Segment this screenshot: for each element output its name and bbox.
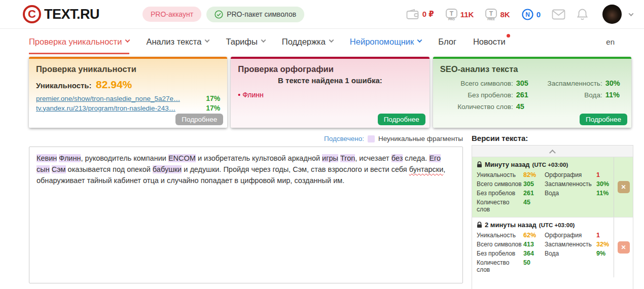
nav-item-3[interactable]: Тарифы — [226, 29, 265, 54]
t-pro-balance[interactable]: TPRO 11K — [445, 8, 474, 20]
seo-stats: Всего символов:305Заспамленность:30%Без … — [440, 79, 624, 111]
pro-package-badge[interactable]: PRO-пакет символов — [206, 7, 304, 22]
version-stat-value: 45 — [523, 199, 545, 206]
nav-item-7[interactable]: Новости — [473, 29, 506, 54]
versions-collapse-bar[interactable] — [472, 146, 633, 157]
highlight-legend-label: Неуникальные фрагменты — [378, 135, 463, 142]
uniqueness-result: Уникальность: 82.94% — [36, 79, 220, 91]
non-unique-fragment: Сэм — [52, 165, 66, 173]
source-link[interactable]: tv.yandex.ru/213/program/tron-nasledie-2… — [36, 104, 175, 112]
main-content: Подсвечено: Неуникальные фрагменты Кевин… — [29, 131, 631, 289]
t-free-value: 8K — [500, 10, 510, 19]
pro-package-label: PRO-пакет символов — [227, 10, 296, 18]
source-link[interactable]: premier.one/show/tron-nasledie_none_5a27… — [36, 95, 180, 102]
text-fragment: , руководитель компании — [81, 154, 168, 162]
version-close-button[interactable]: ✕ — [618, 181, 630, 193]
match-percent: 17% — [206, 94, 220, 102]
version-close-button[interactable]: ✕ — [618, 241, 630, 254]
version-stat-value: 261 — [523, 190, 545, 197]
seo-card-title: SEO-анализ текста — [440, 64, 624, 74]
notification-dot — [507, 34, 510, 38]
account-chevron-down-icon[interactable] — [629, 11, 634, 16]
bell-icon — [577, 8, 588, 21]
version-stat-value: 82% — [523, 171, 545, 178]
seo-card: SEO-анализ текста Всего символов:305Засп… — [433, 57, 631, 128]
chevron-down-icon — [417, 38, 422, 43]
t-free-balance[interactable]: TFREE 8K — [485, 8, 510, 20]
nav-item-label: Анализ текста — [146, 37, 201, 47]
version-stat-value: 50 — [523, 259, 545, 266]
nav-item-label: Новости — [473, 37, 506, 47]
nav-item-4[interactable]: Поддержка — [282, 29, 333, 54]
versions-panel: Минуту назад(UTC +03:00)Уникальность82%О… — [472, 145, 633, 289]
uniqueness-more-button[interactable]: Подробнее — [175, 114, 223, 125]
non-unique-fragment: игры — [322, 154, 338, 162]
svg-text:N: N — [525, 11, 530, 18]
language-switcher[interactable]: en — [606, 29, 644, 54]
text-fragment: и изобретатель культовой аркадной — [196, 154, 322, 162]
pro-account-badge[interactable]: PRO-аккаунт — [142, 7, 201, 22]
text-editor[interactable]: Кевин Флинн, руководитель компании ENCOM… — [29, 147, 463, 283]
seo-stat-value: 11% — [605, 91, 624, 99]
neuro-balance[interactable]: N 0 — [521, 8, 541, 21]
textru-page: C TEXT.RU PRO-аккаунт PRO-пакет символов… — [0, 0, 644, 289]
match-percent: 17% — [206, 104, 220, 112]
nav-item-6[interactable]: Блог — [438, 29, 456, 54]
highlighted-link[interactable]: Подсвечено: — [324, 135, 364, 142]
wallet-balance[interactable]: 0 ₽ — [406, 9, 434, 20]
nav-item-2[interactable]: Анализ текста — [146, 29, 209, 54]
main-nav: Проверка уникальностиАнализ текстаТарифы… — [0, 29, 644, 54]
version-card[interactable]: Минуту назад(UTC +03:00)Уникальность82%О… — [472, 157, 633, 217]
nav-item-1[interactable]: Проверка уникальности — [29, 29, 129, 54]
t-free-icon: TFREE — [485, 8, 497, 20]
spell-error-word: бунтарски — [409, 165, 444, 173]
version-stats: Уникальность62%Орфография1Всего символов… — [477, 232, 609, 273]
logo[interactable]: C TEXT.RU — [23, 5, 99, 23]
version-stat-value: 62% — [523, 232, 545, 239]
version-stat-label: Количество слов — [477, 259, 523, 273]
uniqueness-card-title: Проверка уникальности — [36, 64, 220, 74]
nav-item-5[interactable]: Нейропомощник — [350, 29, 421, 54]
chevron-down-icon — [261, 38, 266, 43]
svg-text:FREE: FREE — [488, 18, 495, 21]
version-stat-label: Количество слов — [477, 199, 523, 213]
version-stat-value: 364 — [523, 250, 545, 257]
version-stat-label: Орфография — [545, 171, 596, 178]
version-card[interactable]: 2 минуты назад(UTC +03:00)Уникальность62… — [472, 217, 633, 277]
versions-title: Версии текста: — [472, 131, 633, 145]
versions-column: Версии текста: Минуту назад(UTC +03:00)У… — [472, 131, 633, 289]
spelling-error-item[interactable]: Флинн — [238, 91, 422, 99]
version-stat-value: 32% — [596, 241, 609, 248]
nav-item-label: Нейропомощник — [350, 37, 414, 47]
notifications-button[interactable] — [577, 8, 588, 21]
header-right: 0 ₽ TPRO 11K TFREE 8K N 0 — [406, 5, 644, 24]
spelling-more-button[interactable]: Подробнее — [378, 114, 425, 125]
t-pro-icon: TPRO — [445, 8, 458, 20]
lock-icon — [477, 222, 482, 228]
version-close-column: ✕ — [614, 218, 633, 277]
version-stat-label: Без пробелов — [477, 190, 523, 197]
non-unique-fragment: Кевин — [37, 154, 57, 162]
seo-stat-label: Заспамленность: — [546, 80, 605, 87]
version-card-header: 2 минуты назад(UTC +03:00) — [477, 221, 609, 229]
version-stat-label: Вода — [545, 190, 596, 197]
t-pro-value: 11K — [460, 10, 474, 19]
version-card-main: Минуту назад(UTC +03:00)Уникальность82%О… — [472, 157, 614, 217]
wallet-value: 0 ₽ — [422, 10, 434, 19]
spelling-card: Проверка орфографии В тексте найдена 1 о… — [231, 57, 429, 128]
svg-text:T: T — [489, 10, 493, 17]
version-time: Минуту назад — [485, 161, 530, 168]
seo-stat-label: Количество слов: — [440, 103, 516, 111]
version-stat-label: Уникальность — [477, 171, 523, 178]
nav-list: Проверка уникальностиАнализ текстаТарифы… — [29, 29, 522, 54]
nav-item-label: Блог — [438, 37, 456, 47]
non-unique-fragment: без — [391, 154, 403, 162]
avatar[interactable] — [602, 5, 622, 24]
highlight-swatch-icon — [368, 135, 375, 142]
chevron-down-icon — [125, 38, 130, 43]
seo-more-button[interactable]: Подробнее — [580, 114, 627, 125]
uniqueness-link-row: tv.yandex.ru/213/program/tron-nasledie-2… — [36, 104, 220, 112]
version-stat-value: 1 — [596, 232, 609, 239]
messages-button[interactable] — [552, 9, 565, 20]
version-stat-value: 305 — [523, 180, 545, 188]
